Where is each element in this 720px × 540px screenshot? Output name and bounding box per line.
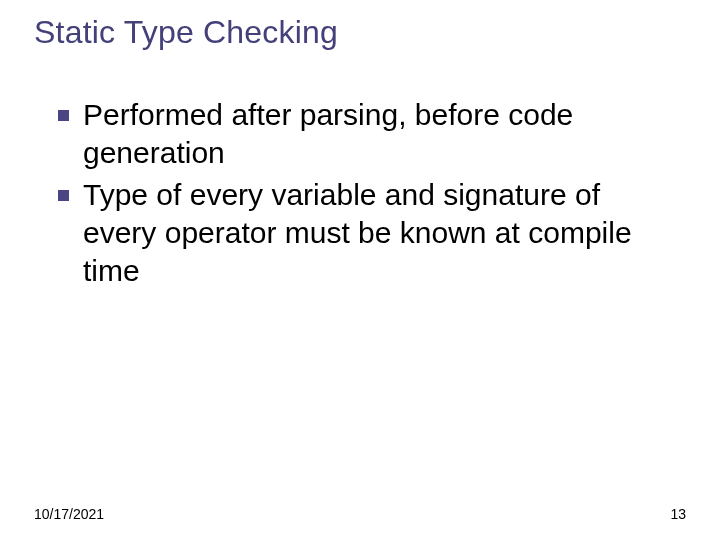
list-item: Type of every variable and signature of … <box>58 176 680 290</box>
page-title: Static Type Checking <box>34 14 338 51</box>
list-item-text: Performed after parsing, before code gen… <box>83 96 680 172</box>
square-bullet-icon <box>58 110 69 121</box>
square-bullet-icon <box>58 190 69 201</box>
footer-page-number: 13 <box>670 506 686 522</box>
slide: Static Type Checking Performed after par… <box>0 0 720 540</box>
body-content: Performed after parsing, before code gen… <box>58 96 680 294</box>
footer-date: 10/17/2021 <box>34 506 104 522</box>
list-item-text: Type of every variable and signature of … <box>83 176 680 290</box>
list-item: Performed after parsing, before code gen… <box>58 96 680 172</box>
